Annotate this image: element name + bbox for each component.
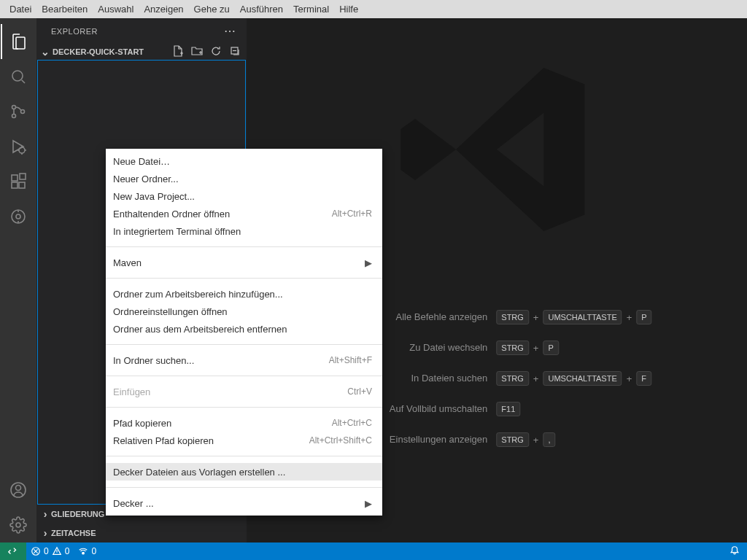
menu-terminal[interactable]: Terminal [288,1,334,17]
menu-anzeigen[interactable]: Anzeigen [139,1,188,17]
menubar: Datei Bearbeiten Auswahl Anzeigen Gehe z… [0,0,747,18]
notifications-icon[interactable] [729,548,740,558]
svg-point-4 [19,147,25,153]
shortcut-row: In Dateien suchen STRG+UMSCHALTTASTE+F [341,371,651,386]
svg-point-12 [16,486,21,491]
menu-find-in-folder[interactable]: In Ordner suchen...Alt+Shift+F [106,351,382,369]
menu-auswahl[interactable]: Auswahl [93,1,139,17]
svg-point-16 [82,552,85,554]
svg-point-3 [21,110,25,114]
menu-remove-folder-workspace[interactable]: Ordner aus dem Arbeitsbereich entfernen [106,320,382,338]
key: STRG [496,432,529,447]
key: STRG [496,310,529,324]
timeline-section[interactable]: › ZEITACHSE [36,524,247,542]
shortcut-row: Auf Vollbild umschalten F11 [341,402,651,416]
context-menu: Neue Datei… Neuer Ordner... New Java Pro… [106,149,382,516]
chevron-right-icon: › [39,508,51,520]
status-bar: 0 0 0 [0,542,747,560]
accounts-icon[interactable] [1,472,36,508]
svg-rect-6 [12,182,18,188]
menu-maven[interactable]: Maven▶ [106,254,382,271]
key: P [636,310,651,324]
menu-decker-create-from-template[interactable]: Decker Dateien aus Vorlagen erstellen ..… [106,463,382,481]
key: F [636,371,651,386]
svg-point-2 [12,114,16,118]
explorer-icon[interactable] [1,24,36,59]
status-problems[interactable]: 0 0 [26,546,74,556]
shortcut-row: Zu Datei wechseln STRG+P [341,341,651,355]
chevron-right-icon: › [39,527,51,539]
key: UMSCHALTTASTE [543,310,622,324]
menu-reveal-folder[interactable]: Enthaltenden Ordner öffnenAlt+Ctrl+R [106,205,382,222]
run-debug-icon[interactable] [1,129,36,164]
refresh-icon[interactable] [210,45,222,58]
svg-point-10 [16,214,20,219]
menu-copy-relative-path[interactable]: Relativen Pfad kopierenAlt+Ctrl+Shift+C [106,432,382,449]
explorer-title-text: EXPLORER [51,27,98,36]
activity-bar [0,18,36,542]
ports-count: 0 [91,546,96,556]
svg-point-0 [12,71,23,81]
svg-rect-5 [12,175,18,181]
decker-icon[interactable] [1,199,36,234]
menu-copy-path[interactable]: Pfad kopierenAlt+Ctrl+C [106,414,382,432]
extensions-icon[interactable] [1,164,36,199]
menu-new-java-project[interactable]: New Java Project... [106,187,382,205]
status-ports[interactable]: 0 [74,546,101,556]
menu-paste: EinfügenCtrl+V [106,383,382,400]
remote-button[interactable] [0,542,26,560]
menu-hilfe[interactable]: Hilfe [334,1,363,17]
svg-point-1 [12,106,16,109]
new-folder-icon[interactable] [191,45,203,58]
menu-gehezu[interactable]: Gehe zu [189,1,235,17]
timeline-label: ZEITACHSE [51,529,96,537]
key: P [543,341,558,355]
shortcut-row: Einstellungen anzeigen STRG+, [341,432,651,447]
svg-rect-8 [20,174,26,179]
menu-ausfuehren[interactable]: Ausführen [235,1,288,17]
folder-name: DECKER-QUICK-START [53,47,144,56]
menu-decker[interactable]: Decker ...▶ [106,494,382,512]
chevron-down-icon: ⌄ [39,46,51,58]
menu-open-terminal[interactable]: In integriertem Terminal öffnen [106,222,382,240]
menu-open-folder-settings[interactable]: Ordnereinstellungen öffnen [106,303,382,320]
key: , [543,432,555,447]
explorer-more-icon[interactable]: ⋯ [224,24,236,38]
new-file-icon[interactable] [172,45,184,58]
shortcut-row: Alle Befehle anzeigen STRG+UMSCHALTTASTE… [341,310,651,324]
folder-header[interactable]: ⌄ DECKER-QUICK-START [36,44,247,60]
key: UMSCHALTTASTE [543,371,622,386]
svg-point-13 [16,523,20,527]
key: STRG [496,341,529,355]
submenu-arrow-icon: ▶ [365,257,372,268]
welcome-shortcuts: Alle Befehle anzeigen STRG+UMSCHALTTASTE… [341,310,651,447]
menu-new-folder[interactable]: Neuer Ordner... [106,170,382,187]
outline-label: GLIEDERUNG [51,510,104,518]
menu-bearbeiten[interactable]: Bearbeiten [36,1,93,17]
key: STRG [496,371,529,386]
vscode-watermark-icon [395,47,599,254]
source-control-icon[interactable] [1,94,36,129]
warning-count: 0 [65,546,70,556]
sidebar-title: EXPLORER ⋯ [36,18,247,44]
menu-new-file[interactable]: Neue Datei… [106,152,382,170]
menu-datei[interactable]: Datei [4,1,36,17]
settings-icon[interactable] [1,508,36,542]
submenu-arrow-icon: ▶ [365,498,372,509]
error-count: 0 [44,546,49,556]
menu-add-folder-workspace[interactable]: Ordner zum Arbeitsbereich hinzufügen... [106,285,382,303]
search-icon[interactable] [1,59,36,94]
collapse-all-icon[interactable] [229,45,241,58]
svg-rect-7 [19,182,25,188]
key: F11 [496,402,520,416]
